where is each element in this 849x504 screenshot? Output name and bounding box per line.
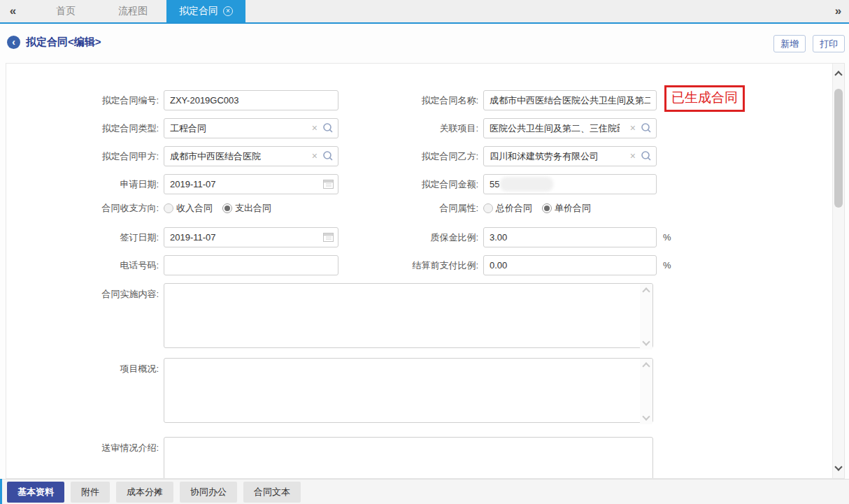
page-title: 拟定合同<编辑> [26,36,101,49]
search-icon[interactable] [322,150,334,161]
clear-icon[interactable]: × [312,151,318,161]
field-label: 拟定合同名称: [338,94,483,107]
search-icon[interactable] [322,122,334,134]
tab-draft-contract[interactable]: 拟定合同 × [166,0,245,22]
field-label: 拟定合同类型: [6,122,164,135]
radio-label: 单价合同 [555,202,591,215]
clear-icon[interactable]: × [630,123,636,134]
close-tab-icon[interactable]: × [223,6,233,16]
scroll-tabs-left-icon[interactable]: « [0,0,24,22]
bottom-tab-bar: 基本资料 附件 成本分摊 协同办公 合同文本 [0,479,849,504]
radio-label: 收入合同 [176,202,213,215]
field-label: 申请日期: [6,178,164,191]
contract-name-input[interactable] [483,90,657,110]
radio-total-price-contract[interactable]: 总价合同 [483,202,532,215]
tab-flowchart[interactable]: 流程图 [99,0,166,22]
back-button[interactable]: ‹ [7,36,20,49]
field-label: 合同收支方向: [6,202,164,215]
calendar-icon[interactable] [323,232,334,242]
radio-unit-price-contract[interactable]: 单价合同 [542,202,591,215]
print-button[interactable]: 打印 [813,35,845,52]
percent-unit: % [663,232,671,243]
bottom-tab-cost-allocation[interactable]: 成本分摊 [116,482,173,503]
search-icon[interactable] [641,122,652,134]
tab-flowchart-label: 流程图 [118,5,148,17]
field-label: 关联项目: [338,122,483,135]
scroll-up-icon[interactable] [642,287,650,295]
bottom-tab-contract-text[interactable]: 合同文本 [243,482,301,503]
radio-income-contract[interactable]: 收入合同 [164,202,213,215]
redaction-blur [500,177,553,192]
add-new-button[interactable]: 新增 [773,35,806,52]
apply-date-input[interactable] [164,174,338,194]
page-header: ‹ 拟定合同<编辑> 新增 打印 [0,25,849,62]
implementation-textarea[interactable] [164,283,653,348]
bottom-tab-basic-info[interactable]: 基本资料 [7,482,64,503]
textarea-scrollbar[interactable] [640,359,652,424]
bottom-tab-collaboration[interactable]: 协同办公 [180,482,237,503]
calendar-icon[interactable] [323,179,334,189]
radio-icon [222,203,232,213]
radio-expense-contract[interactable]: 支出合同 [222,202,271,215]
review-intro-textarea[interactable] [164,437,653,479]
top-tab-bar: « 首页 流程图 拟定合同 × » [0,0,849,24]
field-label: 结算前支付比例: [338,259,483,272]
radio-icon [164,203,173,213]
scroll-down-icon[interactable] [642,338,650,345]
search-icon[interactable] [641,150,652,161]
radio-label: 总价合同 [496,202,532,215]
main-form-panel: 已生成合同 拟定合同编号: 拟定合同名称: 拟定合同类型: × [6,63,845,479]
field-label: 拟定合同乙方: [338,150,483,163]
bottom-tab-attachments[interactable]: 附件 [71,482,110,503]
field-label: 拟定合同金额: [338,178,483,191]
field-label: 合同实施内容: [6,283,164,301]
scroll-down-icon[interactable] [642,412,650,420]
field-label: 电话号码: [6,259,164,272]
tab-draft-contract-label: 拟定合同 [179,5,218,17]
field-label: 项目概况: [6,358,164,375]
contract-no-input[interactable] [164,90,338,110]
clear-icon[interactable]: × [312,123,318,134]
contract-form: 拟定合同编号: 拟定合同名称: 拟定合同类型: × 关联项目: [6,90,844,479]
field-label: 签订日期: [6,231,164,244]
field-label: 质保金比例: [338,231,483,244]
tab-strip: 首页 流程图 拟定合同 × [32,0,245,22]
scrollbar-up-icon[interactable] [834,71,842,78]
phone-input[interactable] [164,255,338,275]
project-overview-textarea[interactable] [164,358,653,423]
radio-icon [483,203,493,213]
percent-unit: % [663,260,671,271]
pre-settle-ratio-input[interactable] [483,255,657,275]
warranty-ratio-input[interactable] [483,227,657,247]
vertical-scrollbar[interactable] [832,64,844,478]
field-label: 送审情况介绍: [6,437,164,454]
scrollbar-thumb[interactable] [834,89,843,208]
field-label: 合同属性: [338,202,483,215]
scrollbar-down-icon[interactable] [834,463,842,470]
field-label: 拟定合同编号: [6,94,164,107]
tab-home-label: 首页 [56,5,76,17]
radio-label: 支出合同 [235,202,271,215]
field-label: 拟定合同甲方: [6,150,164,163]
scroll-tabs-right-icon[interactable]: » [825,0,849,22]
sign-date-input[interactable] [164,227,338,247]
scroll-up-icon[interactable] [642,362,650,370]
tab-home[interactable]: 首页 [32,0,99,22]
textarea-scrollbar[interactable] [640,284,652,350]
clear-icon[interactable]: × [630,151,636,161]
left-edge-accent [0,479,2,504]
radio-icon [542,203,552,213]
